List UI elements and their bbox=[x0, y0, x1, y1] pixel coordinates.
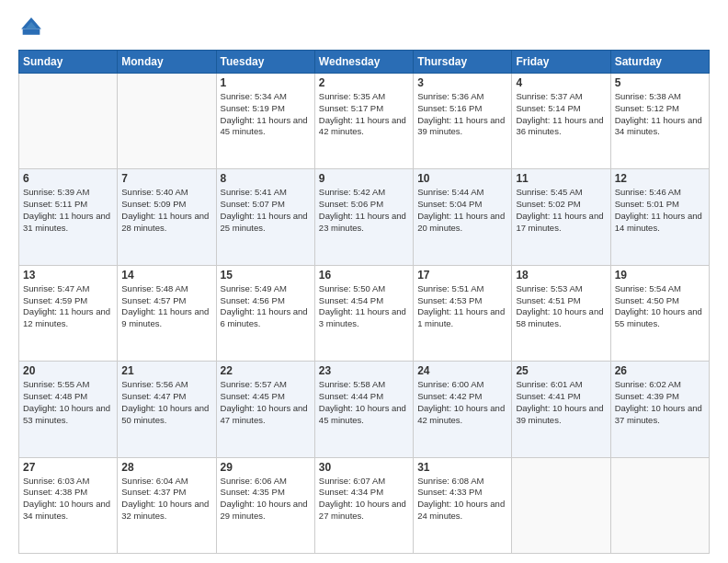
day-number: 29 bbox=[221, 461, 311, 474]
calendar-cell: 22Sunrise: 5:57 AM Sunset: 4:45 PM Dayli… bbox=[216, 362, 314, 457]
calendar-cell: 16Sunrise: 5:50 AM Sunset: 4:54 PM Dayli… bbox=[314, 265, 413, 361]
day-info: Sunrise: 6:07 AM Sunset: 4:34 PM Dayligh… bbox=[319, 476, 409, 523]
calendar-table: SundayMondayTuesdayWednesdayThursdayFrid… bbox=[18, 50, 710, 554]
header bbox=[18, 15, 710, 40]
calendar-cell: 30Sunrise: 6:07 AM Sunset: 4:34 PM Dayli… bbox=[314, 457, 413, 553]
day-number: 4 bbox=[516, 76, 606, 89]
calendar-week-row: 1Sunrise: 5:34 AM Sunset: 5:19 PM Daylig… bbox=[19, 74, 710, 169]
calendar-cell: 10Sunrise: 5:44 AM Sunset: 5:04 PM Dayli… bbox=[414, 169, 512, 265]
calendar-cell: 31Sunrise: 6:08 AM Sunset: 4:33 PM Dayli… bbox=[414, 457, 512, 553]
day-info: Sunrise: 5:42 AM Sunset: 5:06 PM Dayligh… bbox=[319, 187, 409, 234]
calendar-cell bbox=[512, 457, 610, 553]
day-number: 28 bbox=[121, 461, 211, 474]
calendar-cell: 20Sunrise: 5:55 AM Sunset: 4:48 PM Dayli… bbox=[19, 362, 118, 457]
day-info: Sunrise: 5:36 AM Sunset: 5:16 PM Dayligh… bbox=[417, 91, 507, 138]
calendar-cell: 14Sunrise: 5:48 AM Sunset: 4:57 PM Dayli… bbox=[118, 265, 216, 361]
weekday-header-sunday: Sunday bbox=[19, 51, 118, 74]
day-info: Sunrise: 5:35 AM Sunset: 5:17 PM Dayligh… bbox=[319, 91, 409, 138]
day-info: Sunrise: 5:41 AM Sunset: 5:07 PM Dayligh… bbox=[221, 187, 311, 234]
calendar-cell: 26Sunrise: 6:02 AM Sunset: 4:39 PM Dayli… bbox=[610, 362, 709, 457]
calendar-cell: 18Sunrise: 5:53 AM Sunset: 4:51 PM Dayli… bbox=[512, 265, 610, 361]
calendar-cell: 29Sunrise: 6:06 AM Sunset: 4:35 PM Dayli… bbox=[216, 457, 314, 553]
calendar-cell: 23Sunrise: 5:58 AM Sunset: 4:44 PM Dayli… bbox=[314, 362, 413, 457]
day-number: 30 bbox=[319, 461, 409, 474]
day-info: Sunrise: 5:55 AM Sunset: 4:48 PM Dayligh… bbox=[23, 379, 113, 426]
day-number: 15 bbox=[221, 269, 311, 282]
calendar-cell: 5Sunrise: 5:38 AM Sunset: 5:12 PM Daylig… bbox=[610, 74, 709, 169]
calendar-cell: 15Sunrise: 5:49 AM Sunset: 4:56 PM Dayli… bbox=[216, 265, 314, 361]
calendar-cell: 6Sunrise: 5:39 AM Sunset: 5:11 PM Daylig… bbox=[19, 169, 118, 265]
day-info: Sunrise: 5:37 AM Sunset: 5:14 PM Dayligh… bbox=[516, 91, 606, 138]
calendar-cell: 19Sunrise: 5:54 AM Sunset: 4:50 PM Dayli… bbox=[610, 265, 709, 361]
calendar-cell bbox=[118, 74, 216, 169]
calendar-cell: 7Sunrise: 5:40 AM Sunset: 5:09 PM Daylig… bbox=[118, 169, 216, 265]
day-number: 24 bbox=[417, 364, 507, 377]
calendar-cell: 25Sunrise: 6:01 AM Sunset: 4:41 PM Dayli… bbox=[512, 362, 610, 457]
day-info: Sunrise: 5:45 AM Sunset: 5:02 PM Dayligh… bbox=[516, 187, 606, 234]
calendar-week-row: 20Sunrise: 5:55 AM Sunset: 4:48 PM Dayli… bbox=[19, 362, 710, 457]
day-number: 12 bbox=[615, 172, 705, 185]
day-number: 31 bbox=[417, 461, 507, 474]
calendar-cell: 17Sunrise: 5:51 AM Sunset: 4:53 PM Dayli… bbox=[414, 265, 512, 361]
calendar-cell: 24Sunrise: 6:00 AM Sunset: 4:42 PM Dayli… bbox=[414, 362, 512, 457]
calendar-week-row: 6Sunrise: 5:39 AM Sunset: 5:11 PM Daylig… bbox=[19, 169, 710, 265]
calendar-cell bbox=[610, 457, 709, 553]
calendar-cell: 13Sunrise: 5:47 AM Sunset: 4:59 PM Dayli… bbox=[19, 265, 118, 361]
svg-rect-2 bbox=[23, 29, 40, 35]
weekday-header-thursday: Thursday bbox=[414, 51, 512, 74]
day-number: 14 bbox=[121, 269, 211, 282]
calendar-week-row: 13Sunrise: 5:47 AM Sunset: 4:59 PM Dayli… bbox=[19, 265, 710, 361]
day-info: Sunrise: 5:44 AM Sunset: 5:04 PM Dayligh… bbox=[417, 187, 507, 234]
day-info: Sunrise: 5:39 AM Sunset: 5:11 PM Dayligh… bbox=[23, 187, 113, 234]
day-number: 18 bbox=[516, 269, 606, 282]
day-info: Sunrise: 5:51 AM Sunset: 4:53 PM Dayligh… bbox=[417, 283, 507, 330]
weekday-header-wednesday: Wednesday bbox=[314, 51, 413, 74]
day-number: 5 bbox=[615, 76, 705, 89]
calendar-cell: 9Sunrise: 5:42 AM Sunset: 5:06 PM Daylig… bbox=[314, 169, 413, 265]
day-info: Sunrise: 6:01 AM Sunset: 4:41 PM Dayligh… bbox=[516, 379, 606, 426]
day-number: 17 bbox=[417, 269, 507, 282]
calendar-cell: 11Sunrise: 5:45 AM Sunset: 5:02 PM Dayli… bbox=[512, 169, 610, 265]
weekday-header-saturday: Saturday bbox=[610, 51, 709, 74]
day-info: Sunrise: 5:57 AM Sunset: 4:45 PM Dayligh… bbox=[221, 379, 311, 426]
day-number: 19 bbox=[615, 269, 705, 282]
day-info: Sunrise: 5:58 AM Sunset: 4:44 PM Dayligh… bbox=[319, 379, 409, 426]
day-number: 11 bbox=[516, 172, 606, 185]
day-info: Sunrise: 5:49 AM Sunset: 4:56 PM Dayligh… bbox=[221, 283, 311, 330]
calendar-week-row: 27Sunrise: 6:03 AM Sunset: 4:38 PM Dayli… bbox=[19, 457, 710, 553]
day-number: 21 bbox=[121, 364, 211, 377]
day-info: Sunrise: 5:38 AM Sunset: 5:12 PM Dayligh… bbox=[615, 91, 705, 138]
weekday-header-tuesday: Tuesday bbox=[216, 51, 314, 74]
page-container: SundayMondayTuesdayWednesdayThursdayFrid… bbox=[0, 0, 728, 563]
calendar-cell: 2Sunrise: 5:35 AM Sunset: 5:17 PM Daylig… bbox=[314, 74, 413, 169]
day-number: 9 bbox=[319, 172, 409, 185]
day-info: Sunrise: 6:08 AM Sunset: 4:33 PM Dayligh… bbox=[417, 476, 507, 523]
day-number: 1 bbox=[221, 76, 311, 89]
day-number: 25 bbox=[516, 364, 606, 377]
day-number: 13 bbox=[23, 269, 113, 282]
day-number: 16 bbox=[319, 269, 409, 282]
day-info: Sunrise: 6:03 AM Sunset: 4:38 PM Dayligh… bbox=[23, 476, 113, 523]
day-info: Sunrise: 5:34 AM Sunset: 5:19 PM Dayligh… bbox=[221, 91, 311, 138]
day-info: Sunrise: 5:46 AM Sunset: 5:01 PM Dayligh… bbox=[615, 187, 705, 234]
weekday-header-row: SundayMondayTuesdayWednesdayThursdayFrid… bbox=[19, 51, 710, 74]
day-number: 20 bbox=[23, 364, 113, 377]
day-number: 3 bbox=[417, 76, 507, 89]
day-info: Sunrise: 6:02 AM Sunset: 4:39 PM Dayligh… bbox=[615, 379, 705, 426]
day-number: 7 bbox=[121, 172, 211, 185]
day-info: Sunrise: 5:40 AM Sunset: 5:09 PM Dayligh… bbox=[121, 187, 211, 234]
calendar-cell bbox=[19, 74, 118, 169]
day-number: 8 bbox=[221, 172, 311, 185]
day-number: 26 bbox=[615, 364, 705, 377]
day-info: Sunrise: 5:50 AM Sunset: 4:54 PM Dayligh… bbox=[319, 283, 409, 330]
calendar-cell: 1Sunrise: 5:34 AM Sunset: 5:19 PM Daylig… bbox=[216, 74, 314, 169]
calendar-cell: 12Sunrise: 5:46 AM Sunset: 5:01 PM Dayli… bbox=[610, 169, 709, 265]
day-info: Sunrise: 5:53 AM Sunset: 4:51 PM Dayligh… bbox=[516, 283, 606, 330]
day-number: 6 bbox=[23, 172, 113, 185]
day-number: 22 bbox=[221, 364, 311, 377]
calendar-cell: 3Sunrise: 5:36 AM Sunset: 5:16 PM Daylig… bbox=[414, 74, 512, 169]
day-info: Sunrise: 5:54 AM Sunset: 4:50 PM Dayligh… bbox=[615, 283, 705, 330]
calendar-cell: 27Sunrise: 6:03 AM Sunset: 4:38 PM Dayli… bbox=[19, 457, 118, 553]
day-number: 23 bbox=[319, 364, 409, 377]
calendar-cell: 8Sunrise: 5:41 AM Sunset: 5:07 PM Daylig… bbox=[216, 169, 314, 265]
